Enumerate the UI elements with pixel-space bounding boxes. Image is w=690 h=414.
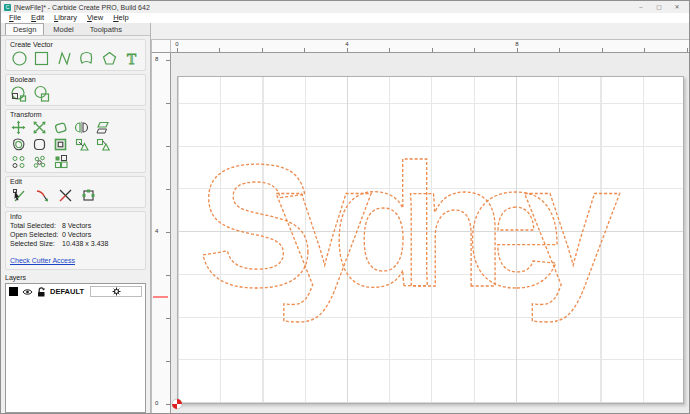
menu-file[interactable]: File — [4, 13, 26, 22]
maximize-button[interactable]: ▢ — [650, 2, 668, 12]
gear-icon — [112, 287, 121, 296]
title-bar: C [NewFile]* - Carbide Create PRO, Build… — [1, 1, 689, 13]
ruler-x-label-4: 4 — [345, 41, 348, 47]
menu-help[interactable]: Help — [108, 13, 133, 22]
mirror-icon — [74, 120, 89, 135]
scatter-array-tool-button[interactable] — [31, 153, 48, 170]
menu-bar: File Edit Library View Help — [1, 13, 689, 23]
selected-size-label: Selected Size: — [10, 240, 62, 247]
ruler-x-label-0: 0 — [175, 41, 178, 47]
distribute-icon — [95, 137, 110, 152]
node-edit-icon — [11, 187, 28, 204]
selected-size-value: 10.438 x 3.438 — [62, 240, 108, 247]
skew-tool-button[interactable] — [94, 119, 111, 136]
ruler-x-label-8: 8 — [515, 41, 518, 47]
boolean-union-button[interactable] — [33, 84, 52, 103]
close-button[interactable]: ✕ — [668, 2, 686, 12]
svg-text:T: T — [127, 51, 136, 67]
horizontal-ruler: 0 4 8 — [171, 39, 689, 53]
info-open-selected: Open Selected: 0 Vectors — [10, 231, 141, 238]
join-vectors-icon — [80, 187, 97, 204]
scale-icon — [32, 120, 47, 135]
layer-settings-button[interactable] — [90, 286, 142, 297]
boolean-union-icon — [33, 85, 52, 103]
move-tool-button[interactable] — [10, 119, 27, 136]
fillet-icon — [32, 137, 47, 152]
circle-icon — [11, 50, 28, 67]
mirror-tool-button[interactable] — [73, 119, 90, 136]
menu-edit[interactable]: Edit — [26, 13, 49, 22]
create-vector-label: Create Vector — [10, 41, 141, 48]
boolean-label: Boolean — [10, 76, 141, 83]
offset-tool-button[interactable] — [10, 136, 27, 153]
circular-array-tool-button[interactable] — [10, 153, 27, 170]
curve-tool-button[interactable] — [78, 49, 97, 68]
info-label: Info — [10, 213, 141, 220]
ruler-y-label-4: 4 — [155, 228, 158, 234]
layer-color-swatch[interactable] — [9, 287, 18, 296]
design-viewport[interactable]: Sydney — [171, 53, 689, 413]
sydney-vector-text[interactable]: Sydney — [198, 128, 620, 323]
polyline-tool-button[interactable] — [55, 49, 74, 68]
align-tool-button[interactable] — [73, 136, 90, 153]
minimize-button[interactable]: – — [632, 2, 650, 12]
curve-edit-tool-button[interactable] — [33, 186, 52, 205]
rectangle-tool-button[interactable] — [33, 49, 52, 68]
window-title: [NewFile]* - Carbide Create PRO, Build 6… — [14, 4, 150, 11]
origin-datum-icon — [171, 398, 183, 410]
text-tool-button[interactable]: T — [123, 49, 142, 68]
total-selected-label: Total Selected: — [10, 222, 62, 229]
layers-label: Layers — [5, 274, 146, 281]
design-canvas: Sydney — [171, 53, 689, 413]
open-selected-value: 0 Vectors — [62, 231, 91, 238]
polygon-icon — [101, 50, 118, 67]
join-vectors-tool-button[interactable] — [79, 186, 98, 205]
eye-icon[interactable] — [22, 288, 33, 296]
tab-design[interactable]: Design — [5, 23, 44, 35]
layer-row-default[interactable]: DEFAULT — [6, 284, 145, 299]
app-window: C [NewFile]* - Carbide Create PRO, Build… — [0, 0, 690, 414]
trim-vectors-icon — [57, 187, 74, 204]
info-total-selected: Total Selected: 8 Vectors — [10, 222, 141, 229]
fillet-tool-button[interactable] — [31, 136, 48, 153]
edit-group: Edit — [5, 176, 146, 208]
layers-group: Layers DEFAULT — [5, 274, 146, 413]
ruler-y-label-0: 0 — [155, 400, 158, 406]
transform-label: Transform — [10, 111, 141, 118]
circle-tool-button[interactable] — [10, 49, 29, 68]
rotate-icon — [53, 120, 68, 135]
move-icon — [11, 120, 26, 135]
menu-library[interactable]: Library — [49, 13, 82, 22]
trim-vectors-tool-button[interactable] — [56, 186, 75, 205]
text-icon: T — [123, 50, 140, 67]
boolean-group: Boolean — [5, 74, 146, 106]
sidebar: Design Model Toolpaths Create Vector — [1, 23, 151, 413]
open-selected-label: Open Selected: — [10, 231, 62, 238]
transform-group: Transform — [5, 109, 146, 173]
app-logo-icon: C — [4, 4, 11, 11]
layers-panel: DEFAULT — [5, 283, 146, 413]
tab-bar: Design Model Toolpaths — [1, 23, 150, 36]
grid-array-tool-button[interactable] — [52, 153, 69, 170]
distribute-tool-button[interactable] — [94, 136, 111, 153]
scale-tool-button[interactable] — [31, 119, 48, 136]
curve-icon — [78, 50, 95, 67]
ruler-corner — [151, 39, 171, 53]
check-cutter-access-link[interactable]: Check Cutter Access — [10, 257, 75, 264]
menu-view[interactable]: View — [82, 13, 108, 22]
polygon-tool-button[interactable] — [100, 49, 119, 68]
skew-icon — [95, 120, 110, 135]
node-edit-tool-button[interactable] — [10, 186, 29, 205]
circular-array-icon — [11, 154, 26, 169]
tab-model[interactable]: Model — [46, 24, 80, 35]
layer-name: DEFAULT — [50, 287, 86, 296]
unlock-icon[interactable] — [37, 287, 46, 297]
nested-duplicate-tool-button[interactable] — [52, 136, 69, 153]
rotate-tool-button[interactable] — [52, 119, 69, 136]
rectangle-icon — [33, 50, 50, 67]
boolean-subtract-button[interactable] — [10, 84, 29, 103]
tab-toolpaths[interactable]: Toolpaths — [83, 24, 129, 35]
boolean-subtract-icon — [10, 85, 29, 103]
polyline-icon — [56, 50, 73, 67]
align-icon — [74, 137, 89, 152]
